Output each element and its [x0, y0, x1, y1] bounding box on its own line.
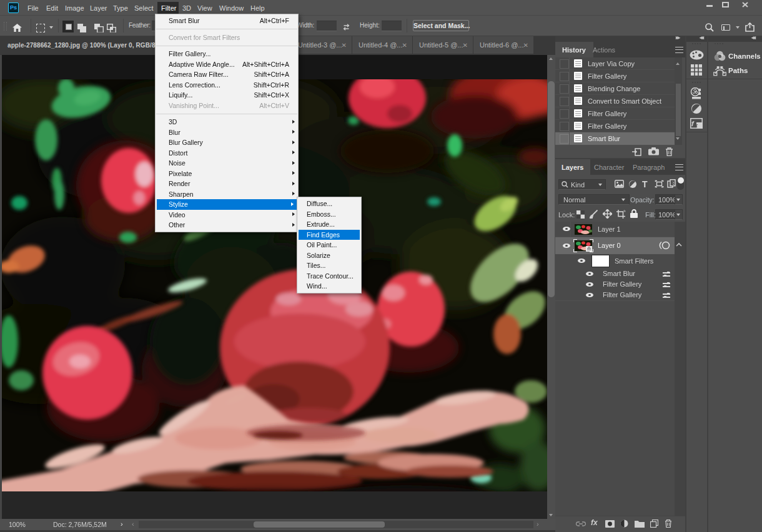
svg-text:x: x	[694, 122, 698, 129]
